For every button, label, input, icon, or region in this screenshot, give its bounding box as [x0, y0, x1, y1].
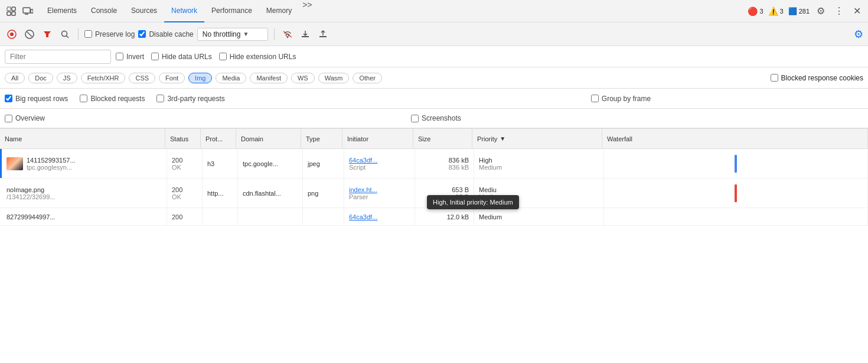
filter-checks: Invert Hide data URLs Hide extension URL…: [116, 53, 296, 61]
tab-bar-right: 🔴 3 ⚠️ 3 🟦 281 ⚙ ⋮ ✕: [748, 3, 863, 19]
waterfall-bar-1: [735, 155, 737, 173]
type-btn-media[interactable]: Media: [216, 73, 246, 83]
hide-data-urls-checkbox[interactable]: Hide data URLs: [151, 53, 212, 61]
initiator-link-2[interactable]: index.ht...: [349, 186, 410, 193]
responsive-icon[interactable]: [21, 5, 34, 18]
tab-memory[interactable]: Memory: [259, 0, 299, 22]
filter-input[interactable]: [5, 50, 111, 64]
close-devtools-icon[interactable]: ✕: [851, 3, 863, 19]
th-waterfall[interactable]: Waterfall: [602, 129, 868, 149]
td-protocol-1: h3: [203, 149, 238, 178]
size-primary-2: 653 B: [420, 186, 469, 193]
disable-cache-input[interactable]: [138, 30, 146, 38]
td-waterfall-3: [604, 208, 868, 225]
preserve-log-input[interactable]: [84, 30, 92, 38]
invert-input[interactable]: [116, 53, 123, 60]
th-priority[interactable]: Priority ▼: [472, 129, 602, 149]
type-btn-css[interactable]: CSS: [129, 73, 155, 83]
td-size-1: 836 kB 836 kB: [415, 149, 474, 178]
tab-console[interactable]: Console: [84, 0, 124, 22]
type-btn-ws[interactable]: WS: [291, 73, 315, 83]
settings-icon[interactable]: ⚙: [814, 3, 827, 19]
td-type-3: [303, 208, 344, 225]
priority-primary-3: Medium: [479, 213, 599, 221]
third-party-input[interactable]: [156, 95, 164, 102]
th-initiator[interactable]: Initiator: [342, 129, 413, 149]
th-size[interactable]: Size: [413, 129, 472, 149]
td-waterfall-2: [604, 179, 868, 208]
tab-elements[interactable]: Elements: [40, 0, 84, 22]
options-right: Group by frame: [591, 95, 651, 103]
more-tabs-button[interactable]: >>: [299, 0, 315, 22]
cursor-icon[interactable]: [5, 5, 18, 18]
type-btn-img[interactable]: Img: [188, 73, 212, 83]
throttle-label: No throttling: [203, 30, 241, 38]
search-button[interactable]: [58, 27, 72, 41]
tab-sources[interactable]: Sources: [124, 0, 164, 22]
tab-performance[interactable]: Performance: [204, 0, 259, 22]
th-name[interactable]: Name: [0, 129, 165, 149]
blocked-requests-input[interactable]: [80, 95, 87, 102]
offline-icon[interactable]: [280, 27, 295, 41]
type-btn-font[interactable]: Font: [159, 73, 185, 83]
screenshots-checkbox[interactable]: Screenshots: [411, 114, 461, 122]
hide-extension-urls-checkbox[interactable]: Hide extension URLs: [219, 53, 296, 61]
overview-checkbox[interactable]: Overview: [5, 114, 45, 122]
th-protocol[interactable]: Prot...: [201, 129, 236, 149]
name-primary-1: 141152993157...: [27, 157, 76, 164]
screenshots-input[interactable]: [411, 115, 419, 122]
export-button[interactable]: [316, 27, 330, 41]
status-primary-2: 200: [172, 186, 197, 193]
blocked-cookies-checkbox[interactable]: Blocked response cookies: [771, 74, 863, 82]
svg-rect-0: [7, 7, 11, 11]
th-domain[interactable]: Domain: [236, 129, 301, 149]
type-btn-fetch-xhr[interactable]: Fetch/XHR: [81, 73, 126, 83]
network-settings-icon[interactable]: ⚙: [854, 28, 863, 41]
stop-recording-button[interactable]: [5, 27, 19, 41]
overview-input[interactable]: [5, 115, 12, 122]
import-button[interactable]: [298, 27, 312, 41]
big-request-rows-checkbox[interactable]: Big request rows: [5, 95, 68, 103]
blocked-requests-checkbox[interactable]: Blocked requests: [80, 95, 145, 103]
filter-toggle-button[interactable]: [40, 27, 54, 41]
more-options-icon[interactable]: ⋮: [832, 3, 846, 19]
table-row[interactable]: noImage.png /134122/32699... 200 OK http…: [0, 179, 868, 208]
type-btn-doc[interactable]: Doc: [28, 73, 53, 83]
group-by-frame-input[interactable]: [591, 95, 599, 102]
svg-rect-4: [23, 8, 30, 13]
size-secondary-1: 836 kB: [420, 164, 469, 171]
th-status[interactable]: Status: [165, 129, 201, 149]
hide-data-urls-input[interactable]: [151, 53, 159, 60]
preserve-log-checkbox[interactable]: Preserve log: [84, 30, 135, 38]
tab-network[interactable]: Network: [164, 0, 204, 22]
th-type[interactable]: Type: [301, 129, 342, 149]
svg-line-13: [67, 35, 69, 38]
name-primary-3: 827299944997...: [6, 213, 162, 221]
td-type-1: jpeg: [303, 149, 344, 178]
type-btn-js[interactable]: JS: [57, 73, 77, 83]
hide-extension-urls-input[interactable]: [219, 53, 227, 60]
type-btn-other[interactable]: Other: [353, 73, 382, 83]
invert-checkbox[interactable]: Invert: [116, 53, 144, 61]
disable-cache-checkbox[interactable]: Disable cache: [138, 30, 193, 38]
clear-button[interactable]: [22, 27, 37, 41]
td-name-2: noImage.png /134122/32699...: [2, 179, 167, 208]
third-party-checkbox[interactable]: 3rd-party requests: [156, 95, 224, 103]
initiator-link-3[interactable]: 64ca3df...: [349, 213, 410, 221]
type-btn-all[interactable]: All: [5, 73, 25, 83]
tab-bar-icons: [5, 5, 34, 18]
devtools-tabs: Elements Console Sources Network Perform…: [40, 0, 316, 22]
td-initiator-1: 64ca3df... Script: [344, 149, 415, 178]
big-request-rows-input[interactable]: [5, 95, 12, 102]
table-row[interactable]: 827299944997... 200 64ca3df... 12.0 kB M…: [0, 208, 868, 226]
group-by-frame-checkbox[interactable]: Group by frame: [591, 95, 651, 103]
type-btn-wasm[interactable]: Wasm: [318, 73, 350, 83]
blocked-cookies-input[interactable]: [771, 74, 778, 82]
throttle-select[interactable]: No throttling ▼: [197, 28, 268, 41]
table-row[interactable]: 141152993157... tpc.googlesyn... 200 OK …: [0, 149, 868, 179]
svg-point-15: [287, 36, 288, 37]
type-btn-manifest[interactable]: Manifest: [250, 73, 288, 83]
size-primary-1: 836 kB: [420, 157, 469, 164]
svg-rect-18: [319, 36, 327, 37]
initiator-link-1[interactable]: 64ca3df...: [349, 157, 410, 164]
